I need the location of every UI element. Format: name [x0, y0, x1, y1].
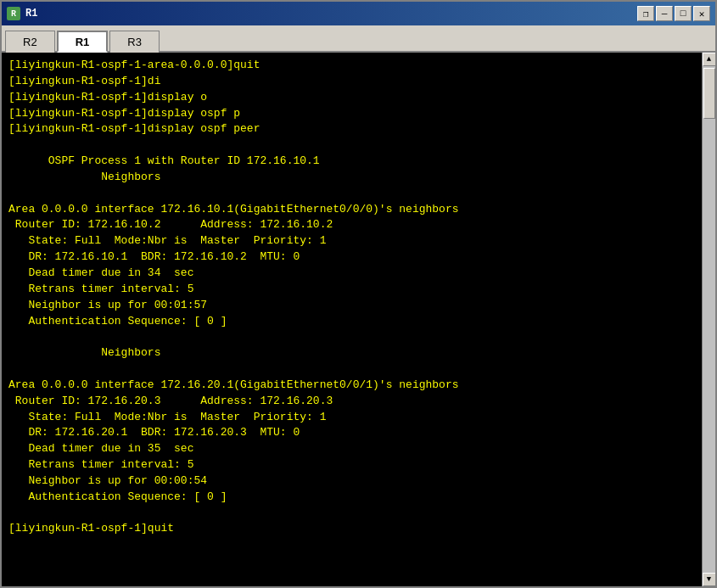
- main-window: R R1 ❐ — □ ✕ R2 R1 R3 [liyingkun-R1-ospf…: [0, 0, 717, 588]
- restore-button[interactable]: ❐: [637, 6, 654, 21]
- terminal-container: [liyingkun-R1-ospf-1-area-0.0.0.0]quit […: [2, 53, 715, 586]
- scroll-thumb[interactable]: [703, 68, 715, 119]
- close-button[interactable]: ✕: [693, 6, 710, 21]
- maximize-button[interactable]: □: [675, 6, 692, 21]
- title-bar: R R1 ❐ — □ ✕: [2, 2, 715, 25]
- tab-r3[interactable]: R3: [109, 31, 160, 53]
- window-icon: R: [7, 7, 20, 20]
- scrollbar: ▲ ▼: [702, 53, 715, 586]
- minimize-button[interactable]: —: [656, 6, 673, 21]
- terminal-output[interactable]: [liyingkun-R1-ospf-1-area-0.0.0.0]quit […: [2, 53, 702, 586]
- tab-r1[interactable]: R1: [57, 31, 109, 53]
- tab-r2[interactable]: R2: [5, 31, 55, 53]
- window-title: R1: [25, 8, 37, 20]
- title-bar-left: R R1: [7, 7, 37, 20]
- title-controls: ❐ — □ ✕: [637, 6, 710, 21]
- scroll-track[interactable]: [703, 66, 716, 573]
- scroll-down-button[interactable]: ▼: [703, 573, 716, 586]
- scroll-up-button[interactable]: ▲: [703, 53, 716, 66]
- tabs-bar: R2 R1 R3: [2, 25, 715, 53]
